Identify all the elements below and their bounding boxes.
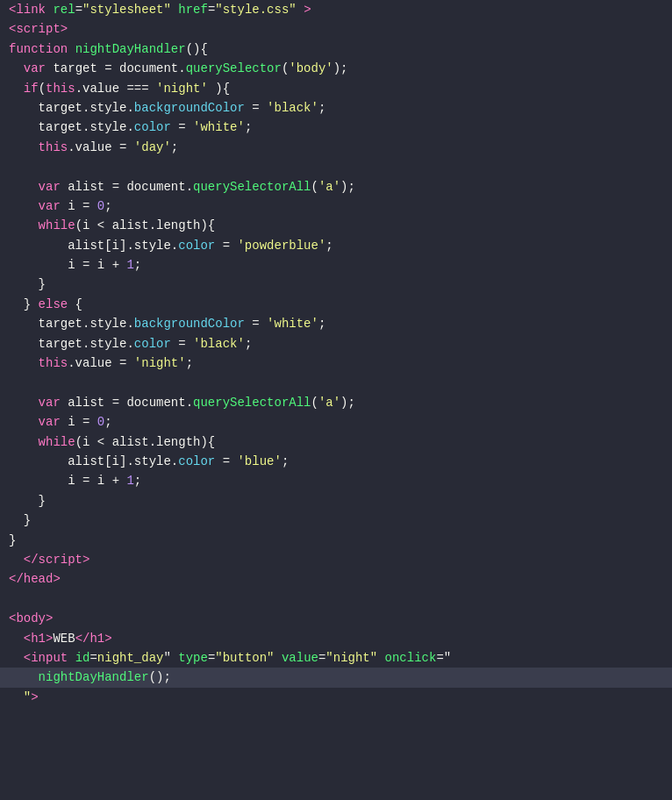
code-line: <h1>WEB</h1> bbox=[0, 629, 672, 648]
code-line: <script> bbox=[0, 19, 672, 39]
code-line: var i = 0; bbox=[0, 412, 672, 432]
code-line: <link rel="stylesheet" href="style.css" … bbox=[0, 0, 672, 19]
code-line: } bbox=[0, 531, 672, 550]
code-editor: <link rel="stylesheet" href="style.css" … bbox=[0, 0, 672, 800]
code-line: <body> bbox=[0, 609, 672, 628]
code-line: alist[i].style.color = 'powderblue'; bbox=[0, 236, 672, 255]
code-line: this.value = 'night'; bbox=[0, 354, 672, 373]
code-line: </script> bbox=[0, 550, 672, 569]
code-line: } bbox=[0, 275, 672, 294]
code-line: </head> bbox=[0, 569, 672, 589]
code-line: var i = 0; bbox=[0, 196, 672, 216]
code-line: function nightDayHandler(){ bbox=[0, 39, 672, 59]
code-line: this.value = 'day'; bbox=[0, 138, 672, 157]
code-line: target.style.color = 'black'; bbox=[0, 334, 672, 354]
code-line: var alist = document.querySelectorAll('a… bbox=[0, 177, 672, 196]
code-line: <input id=night_day" type="button" value… bbox=[0, 648, 672, 668]
code-line: alist[i].style.color = 'blue'; bbox=[0, 452, 672, 471]
code-line: target.style.backgroundColor = 'black'; bbox=[0, 98, 672, 118]
code-line: target.style.backgroundColor = 'white'; bbox=[0, 314, 672, 333]
code-line bbox=[0, 157, 672, 176]
code-line bbox=[0, 589, 672, 609]
code-line: while(i < alist.length){ bbox=[0, 216, 672, 235]
code-line: } else { bbox=[0, 295, 672, 314]
code-line: i = i + 1; bbox=[0, 471, 672, 490]
code-line: var target = document.querySelector('bod… bbox=[0, 59, 672, 78]
code-line: var alist = document.querySelectorAll('a… bbox=[0, 393, 672, 412]
code-line: } bbox=[0, 491, 672, 511]
code-line: while(i < alist.length){ bbox=[0, 432, 672, 452]
code-line-highlighted: nightDayHandler(); bbox=[0, 668, 672, 687]
code-line: target.style.color = 'white'; bbox=[0, 118, 672, 137]
code-line: i = i + 1; bbox=[0, 255, 672, 275]
code-line: if(this.value === 'night' ){ bbox=[0, 79, 672, 98]
code-line bbox=[0, 373, 672, 392]
code-line: } bbox=[0, 511, 672, 530]
code-line: "> bbox=[0, 688, 672, 707]
